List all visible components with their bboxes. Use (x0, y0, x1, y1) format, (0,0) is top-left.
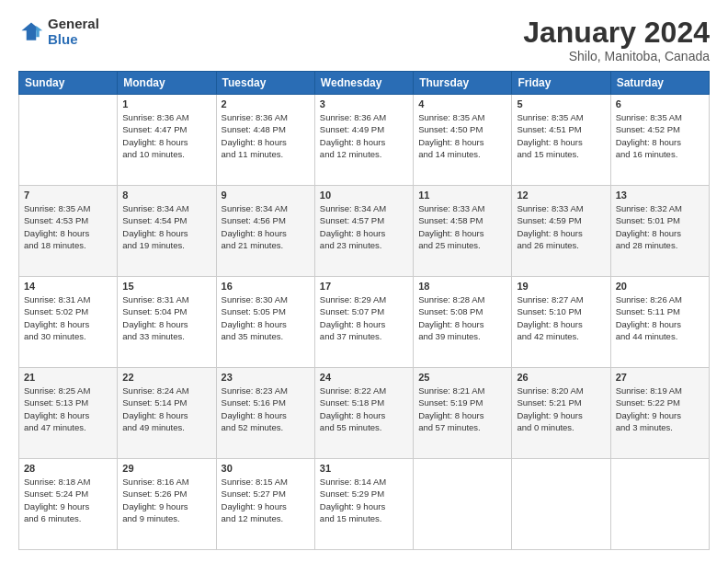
day-info: Sunrise: 8:31 AM Sunset: 5:02 PM Dayligh… (24, 293, 112, 342)
day-number: 13 (616, 190, 704, 201)
calendar-cell (19, 95, 118, 186)
day-number: 24 (320, 372, 408, 383)
day-number: 3 (320, 98, 408, 109)
calendar-cell: 25Sunrise: 8:21 AM Sunset: 5:19 PM Dayli… (414, 368, 512, 459)
day-number: 29 (122, 463, 210, 474)
col-tuesday: Tuesday (216, 72, 314, 95)
day-info: Sunrise: 8:33 AM Sunset: 4:58 PM Dayligh… (418, 202, 506, 251)
calendar-week-3: 14Sunrise: 8:31 AM Sunset: 5:02 PM Dayli… (19, 277, 710, 368)
calendar-week-4: 21Sunrise: 8:25 AM Sunset: 5:13 PM Dayli… (19, 368, 710, 459)
day-number: 23 (222, 372, 310, 383)
calendar-cell: 8Sunrise: 8:34 AM Sunset: 4:54 PM Daylig… (118, 186, 216, 277)
day-info: Sunrise: 8:31 AM Sunset: 5:04 PM Dayligh… (122, 293, 210, 342)
day-number: 22 (122, 372, 210, 383)
calendar-cell: 20Sunrise: 8:26 AM Sunset: 5:11 PM Dayli… (610, 277, 709, 368)
calendar-cell: 1Sunrise: 8:36 AM Sunset: 4:47 PM Daylig… (118, 95, 216, 186)
calendar-cell: 10Sunrise: 8:34 AM Sunset: 4:57 PM Dayli… (314, 186, 413, 277)
logo-text: General Blue (48, 17, 99, 47)
day-info: Sunrise: 8:36 AM Sunset: 4:48 PM Dayligh… (222, 111, 310, 160)
calendar-cell: 27Sunrise: 8:19 AM Sunset: 5:22 PM Dayli… (610, 368, 709, 459)
day-info: Sunrise: 8:34 AM Sunset: 4:54 PM Dayligh… (122, 202, 210, 251)
calendar-cell: 15Sunrise: 8:31 AM Sunset: 5:04 PM Dayli… (118, 277, 216, 368)
calendar-cell: 2Sunrise: 8:36 AM Sunset: 4:48 PM Daylig… (216, 95, 314, 186)
day-info: Sunrise: 8:24 AM Sunset: 5:14 PM Dayligh… (122, 385, 210, 433)
calendar-cell: 22Sunrise: 8:24 AM Sunset: 5:14 PM Dayli… (118, 368, 216, 459)
day-info: Sunrise: 8:34 AM Sunset: 4:56 PM Dayligh… (222, 202, 310, 251)
day-number: 27 (616, 372, 704, 383)
day-info: Sunrise: 8:23 AM Sunset: 5:16 PM Dayligh… (222, 385, 310, 433)
calendar-week-2: 7Sunrise: 8:35 AM Sunset: 4:53 PM Daylig… (19, 186, 710, 277)
calendar-cell: 19Sunrise: 8:27 AM Sunset: 5:10 PM Dayli… (512, 277, 610, 368)
logo-general-text: General (48, 17, 99, 32)
day-number: 30 (222, 463, 310, 474)
calendar-cell (610, 459, 709, 550)
calendar-cell: 21Sunrise: 8:25 AM Sunset: 5:13 PM Dayli… (19, 368, 118, 459)
day-number: 17 (320, 281, 408, 292)
title-block: January 2024 Shilo, Manitoba, Canada (523, 17, 710, 63)
day-number: 31 (320, 463, 408, 474)
day-number: 1 (122, 98, 210, 109)
calendar-cell: 14Sunrise: 8:31 AM Sunset: 5:02 PM Dayli… (19, 277, 118, 368)
day-number: 26 (517, 372, 605, 383)
day-number: 14 (24, 281, 112, 292)
logo-blue-text: Blue (48, 32, 99, 48)
calendar-cell: 31Sunrise: 8:14 AM Sunset: 5:29 PM Dayli… (314, 459, 413, 550)
calendar-cell: 18Sunrise: 8:28 AM Sunset: 5:08 PM Dayli… (414, 277, 512, 368)
day-number: 11 (418, 190, 506, 201)
header-row: Sunday Monday Tuesday Wednesday Thursday… (19, 72, 710, 95)
logo: General Blue (18, 17, 99, 47)
day-info: Sunrise: 8:16 AM Sunset: 5:26 PM Dayligh… (122, 476, 210, 524)
calendar-cell: 5Sunrise: 8:35 AM Sunset: 4:51 PM Daylig… (512, 95, 610, 186)
day-number: 19 (517, 281, 605, 292)
day-info: Sunrise: 8:33 AM Sunset: 4:59 PM Dayligh… (517, 202, 605, 251)
calendar-week-5: 28Sunrise: 8:18 AM Sunset: 5:24 PM Dayli… (19, 459, 710, 550)
day-number: 2 (222, 98, 310, 109)
calendar-cell: 23Sunrise: 8:23 AM Sunset: 5:16 PM Dayli… (216, 368, 314, 459)
day-number: 18 (418, 281, 506, 292)
calendar-cell: 12Sunrise: 8:33 AM Sunset: 4:59 PM Dayli… (512, 186, 610, 277)
day-number: 16 (222, 281, 310, 292)
col-friday: Friday (512, 72, 610, 95)
col-thursday: Thursday (414, 72, 512, 95)
day-number: 12 (517, 190, 605, 201)
page: General Blue January 2024 Shilo, Manitob… (0, 0, 728, 563)
calendar-cell: 26Sunrise: 8:20 AM Sunset: 5:21 PM Dayli… (512, 368, 610, 459)
day-number: 20 (616, 281, 704, 292)
calendar-week-1: 1Sunrise: 8:36 AM Sunset: 4:47 PM Daylig… (19, 95, 710, 186)
day-info: Sunrise: 8:18 AM Sunset: 5:24 PM Dayligh… (24, 476, 112, 524)
day-info: Sunrise: 8:22 AM Sunset: 5:18 PM Dayligh… (320, 385, 408, 433)
day-info: Sunrise: 8:36 AM Sunset: 4:47 PM Dayligh… (122, 111, 210, 160)
day-info: Sunrise: 8:30 AM Sunset: 5:05 PM Dayligh… (222, 293, 310, 342)
calendar-cell: 28Sunrise: 8:18 AM Sunset: 5:24 PM Dayli… (19, 459, 118, 550)
day-info: Sunrise: 8:36 AM Sunset: 4:49 PM Dayligh… (320, 111, 408, 160)
day-info: Sunrise: 8:25 AM Sunset: 5:13 PM Dayligh… (24, 385, 112, 433)
day-number: 5 (517, 98, 605, 109)
day-info: Sunrise: 8:28 AM Sunset: 5:08 PM Dayligh… (418, 293, 506, 342)
calendar-cell: 3Sunrise: 8:36 AM Sunset: 4:49 PM Daylig… (314, 95, 413, 186)
day-number: 25 (418, 372, 506, 383)
day-number: 28 (24, 463, 112, 474)
calendar-cell: 24Sunrise: 8:22 AM Sunset: 5:18 PM Dayli… (314, 368, 413, 459)
calendar-table: Sunday Monday Tuesday Wednesday Thursday… (18, 71, 710, 550)
calendar-cell: 29Sunrise: 8:16 AM Sunset: 5:26 PM Dayli… (118, 459, 216, 550)
calendar-cell: 11Sunrise: 8:33 AM Sunset: 4:58 PM Dayli… (414, 186, 512, 277)
calendar-cell: 4Sunrise: 8:35 AM Sunset: 4:50 PM Daylig… (414, 95, 512, 186)
day-number: 10 (320, 190, 408, 201)
calendar-cell: 7Sunrise: 8:35 AM Sunset: 4:53 PM Daylig… (19, 186, 118, 277)
day-number: 15 (122, 281, 210, 292)
calendar-cell: 13Sunrise: 8:32 AM Sunset: 5:01 PM Dayli… (610, 186, 709, 277)
day-info: Sunrise: 8:27 AM Sunset: 5:10 PM Dayligh… (517, 293, 605, 342)
day-info: Sunrise: 8:35 AM Sunset: 4:53 PM Dayligh… (24, 202, 112, 251)
svg-marker-1 (36, 26, 42, 37)
day-number: 21 (24, 372, 112, 383)
col-monday: Monday (118, 72, 216, 95)
calendar-cell: 17Sunrise: 8:29 AM Sunset: 5:07 PM Dayli… (314, 277, 413, 368)
day-number: 9 (222, 190, 310, 201)
col-wednesday: Wednesday (314, 72, 413, 95)
calendar-cell: 16Sunrise: 8:30 AM Sunset: 5:05 PM Dayli… (216, 277, 314, 368)
col-sunday: Sunday (19, 72, 118, 95)
day-number: 7 (24, 190, 112, 201)
day-info: Sunrise: 8:15 AM Sunset: 5:27 PM Dayligh… (222, 476, 310, 524)
day-info: Sunrise: 8:35 AM Sunset: 4:52 PM Dayligh… (616, 111, 704, 160)
day-number: 8 (122, 190, 210, 201)
